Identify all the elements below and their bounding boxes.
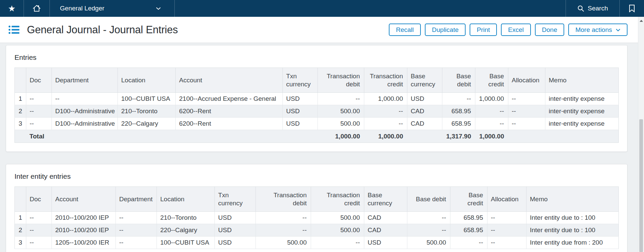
cell: -- <box>311 237 364 249</box>
cell: 658.95 <box>450 224 487 237</box>
favorites-button[interactable]: ★ <box>0 0 24 17</box>
cell: 6200--Rent <box>176 118 283 130</box>
cell <box>15 130 26 143</box>
cell <box>283 130 318 143</box>
cell: inter-entity expense <box>545 93 619 105</box>
cell: D100--Administrative <box>52 118 118 130</box>
cell: 1,000.00 <box>364 93 407 105</box>
entries-total-row: Total 1,000.00 1,000.00 1,317.90 1,000.0… <box>15 130 619 143</box>
cell: 658.95 <box>442 105 475 118</box>
cell: -- <box>318 93 364 105</box>
cell: 3 <box>15 237 26 249</box>
scroll-up-button[interactable] <box>638 20 644 22</box>
cell: -- <box>52 93 118 105</box>
cell: Inter entity due to : 100 <box>527 224 619 237</box>
inter-entity-section-title: Inter entity entries <box>14 172 619 180</box>
done-button[interactable]: Done <box>535 24 564 36</box>
cell <box>508 130 619 143</box>
column-header: Memo <box>545 68 619 93</box>
cell: -- <box>442 93 475 105</box>
cell: -- <box>256 224 311 237</box>
cell: USD <box>215 224 256 237</box>
print-button[interactable]: Print <box>470 24 497 36</box>
entries-card: Entries DocDepartmentLocationAccountTxn … <box>6 45 628 152</box>
scrollbar-thumb[interactable] <box>639 119 643 252</box>
cell: 100--CUBIT USA <box>118 93 176 105</box>
inter-entity-table: DocAccountDepartmentLocationTxn currency… <box>14 186 619 249</box>
cell: -- <box>26 93 52 105</box>
cell: Inter entity due from : 200 <box>527 237 619 249</box>
cell: D100--Administrative <box>52 105 118 118</box>
cell: CAD <box>407 105 442 118</box>
column-header: Base currency <box>364 187 407 212</box>
chevron-down-icon <box>616 29 620 32</box>
cell: -- <box>487 224 527 237</box>
cell: -- <box>26 105 52 118</box>
cell: 500.00 <box>311 212 364 224</box>
cell: 500.00 <box>318 118 364 130</box>
cell: 500.00 <box>311 224 364 237</box>
more-actions-button[interactable]: More actions <box>568 24 628 36</box>
cell: USD <box>215 237 256 249</box>
toolbar-buttons: RecallDuplicatePrintExcelDone More actio… <box>389 24 628 36</box>
inter-entity-header-row: DocAccountDepartmentLocationTxn currency… <box>15 187 619 212</box>
table-row: 2--2010--100/200 IEP--220--CalgaryUSD--5… <box>15 224 619 237</box>
cell: -- <box>116 212 157 224</box>
list-icon <box>8 25 20 34</box>
vertical-scrollbar <box>638 17 644 252</box>
cell: -- <box>26 237 52 249</box>
entries-header-row: DocDepartmentLocationAccountTxn currency… <box>15 68 619 93</box>
cell: -- <box>487 212 527 224</box>
home-button[interactable] <box>24 0 49 17</box>
cell: 2010--100/200 IEP <box>52 224 116 237</box>
column-header: Doc <box>26 187 52 212</box>
cell: 2 <box>15 224 26 237</box>
cell: USD <box>407 93 442 105</box>
search-button[interactable]: Search <box>566 0 619 17</box>
cell: -- <box>26 212 52 224</box>
cell: -- <box>26 224 52 237</box>
total-label: Total <box>26 130 283 143</box>
cell: -- <box>26 118 52 130</box>
recall-button[interactable]: Recall <box>389 24 421 36</box>
column-header: Base credit <box>475 68 508 93</box>
column-header: Transaction debit <box>318 68 364 93</box>
total-base-credit: 1,000.00 <box>475 130 508 143</box>
chevron-down-icon <box>156 7 161 10</box>
home-icon <box>32 4 41 12</box>
column-header: Txn currency <box>215 187 256 212</box>
module-menu[interactable]: General Ledger <box>50 0 174 17</box>
bookmark-button[interactable] <box>620 0 644 17</box>
page-title: General Journal - Journal Entries <box>27 24 178 36</box>
duplicate-button[interactable]: Duplicate <box>425 24 466 36</box>
cell: -- <box>116 237 157 249</box>
total-transaction-credit: 1,000.00 <box>364 130 407 143</box>
list-menu-button[interactable] <box>8 25 20 34</box>
entries-table: DocDepartmentLocationAccountTxn currency… <box>14 68 619 143</box>
column-header: Memo <box>527 187 619 212</box>
column-header: Txn currency <box>283 68 318 93</box>
total-base-debit: 1,317.90 <box>442 130 475 143</box>
column-header: Location <box>118 68 176 93</box>
cell: inter-entity expense <box>545 118 619 130</box>
excel-button[interactable]: Excel <box>501 24 531 36</box>
cell: -- <box>407 212 450 224</box>
cell: -- <box>475 118 508 130</box>
column-header: Department <box>52 68 118 93</box>
column-header: Base credit <box>450 187 487 212</box>
cell: -- <box>508 118 545 130</box>
total-transaction-debit: 1,000.00 <box>318 130 364 143</box>
table-row: 3--D100--Administrative220--Calgary6200-… <box>15 118 619 130</box>
column-header: Doc <box>26 68 52 93</box>
column-header: Transaction credit <box>311 187 364 212</box>
search-icon <box>577 5 584 12</box>
inter-entity-card: Inter entity entries DocAccountDepartmen… <box>6 164 628 252</box>
cell: 500.00 <box>256 237 311 249</box>
cell: USD <box>364 237 407 249</box>
table-row: 3--1205--100/200 IER--100--CUBIT USAUSD5… <box>15 237 619 249</box>
cell: -- <box>475 105 508 118</box>
cell: -- <box>450 237 487 249</box>
module-menu-label: General Ledger <box>60 5 104 12</box>
cell: USD <box>283 105 318 118</box>
cell: 220--Calgary <box>157 224 215 237</box>
